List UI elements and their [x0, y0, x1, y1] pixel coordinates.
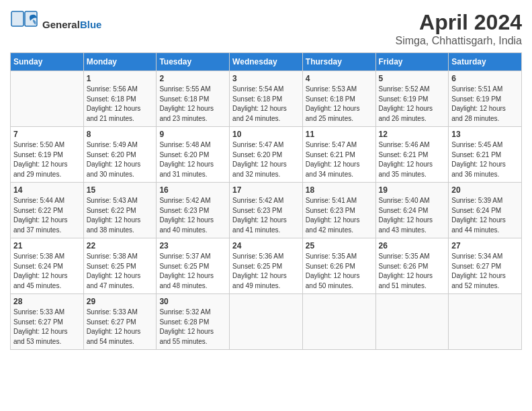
- day-number: 23: [159, 241, 226, 250]
- cell-info: Sunrise: 5:33 AM Sunset: 6:27 PM Dayligh…: [87, 308, 154, 347]
- daylight: Daylight: 12 hours: [451, 216, 506, 224]
- cell-4-2: 22 Sunrise: 5:38 AM Sunset: 6:25 PM Dayl…: [83, 238, 157, 294]
- day-number: 16: [159, 185, 226, 195]
- cell-1-6: 5 Sunrise: 5:52 AM Sunset: 6:19 PM Dayli…: [375, 71, 449, 127]
- cell-info: Sunrise: 5:39 AM Sunset: 6:24 PM Dayligh…: [451, 196, 519, 235]
- daylight2: and 43 minutes.: [379, 226, 427, 234]
- sunset: Sunset: 6:20 PM: [159, 151, 209, 158]
- col-sunday: Sunday: [11, 53, 84, 71]
- day-number: 14: [13, 185, 81, 195]
- day-number: 10: [232, 130, 300, 139]
- sunset: Sunset: 6:21 PM: [379, 151, 429, 158]
- sunrise: Sunrise: 5:54 AM: [232, 85, 283, 93]
- daylight2: and 21 minutes.: [87, 115, 134, 122]
- cell-info: Sunrise: 5:47 AM Sunset: 6:21 PM Dayligh…: [306, 140, 373, 179]
- daylight: Daylight: 12 hours: [159, 272, 214, 279]
- daylight2: and 32 minutes.: [232, 171, 280, 178]
- col-monday: Monday: [83, 53, 157, 71]
- daylight: Daylight: 12 hours: [159, 216, 214, 224]
- sunset: Sunset: 6:18 PM: [232, 95, 282, 103]
- daylight2: and 54 minutes.: [87, 338, 134, 345]
- daylight: Daylight: 12 hours: [232, 105, 287, 112]
- cell-info: Sunrise: 5:52 AM Sunset: 6:19 PM Dayligh…: [379, 85, 446, 124]
- sunset: Sunset: 6:25 PM: [159, 263, 209, 270]
- sunset: Sunset: 6:20 PM: [87, 151, 136, 158]
- cell-info: Sunrise: 5:43 AM Sunset: 6:22 PM Dayligh…: [87, 196, 154, 235]
- cell-3-7: 20 Sunrise: 5:39 AM Sunset: 6:24 PM Dayl…: [449, 183, 522, 238]
- sunrise: Sunrise: 5:50 AM: [13, 141, 64, 148]
- cell-info: Sunrise: 5:32 AM Sunset: 6:28 PM Dayligh…: [159, 308, 226, 347]
- sunrise: Sunrise: 5:34 AM: [451, 253, 502, 260]
- sunrise: Sunrise: 5:47 AM: [306, 141, 357, 148]
- cell-5-4: [230, 294, 303, 350]
- cell-info: Sunrise: 5:45 AM Sunset: 6:21 PM Dayligh…: [451, 140, 519, 179]
- daylight: Daylight: 12 hours: [13, 328, 68, 335]
- header-row: Sunday Monday Tuesday Wednesday Thursday…: [11, 53, 522, 71]
- daylight2: and 34 minutes.: [306, 171, 353, 178]
- daylight: Daylight: 12 hours: [306, 161, 360, 168]
- daylight2: and 31 minutes.: [159, 171, 207, 178]
- daylight2: and 50 minutes.: [306, 282, 353, 289]
- sunrise: Sunrise: 5:40 AM: [379, 197, 430, 204]
- day-number: 29: [87, 297, 154, 306]
- cell-5-2: 29 Sunrise: 5:33 AM Sunset: 6:27 PM Dayl…: [83, 294, 157, 350]
- sunset: Sunset: 6:19 PM: [451, 95, 501, 103]
- header: GeneralBlue April 2024 Simga, Chhattisga…: [10, 10, 522, 47]
- sunset: Sunset: 6:23 PM: [306, 207, 355, 214]
- daylight: Daylight: 12 hours: [306, 105, 360, 112]
- day-number: 12: [379, 130, 446, 139]
- daylight2: and 52 minutes.: [451, 282, 499, 289]
- day-number: 26: [379, 241, 446, 250]
- sunset: Sunset: 6:28 PM: [159, 318, 209, 326]
- day-number: 9: [159, 130, 226, 139]
- sunset: Sunset: 6:27 PM: [451, 263, 501, 270]
- cell-3-5: 18 Sunrise: 5:41 AM Sunset: 6:23 PM Dayl…: [302, 183, 375, 238]
- daylight2: and 35 minutes.: [379, 171, 427, 178]
- day-number: 13: [451, 130, 519, 139]
- sunrise: Sunrise: 5:46 AM: [379, 141, 430, 148]
- logo: GeneralBlue: [10, 10, 101, 40]
- sunrise: Sunrise: 5:36 AM: [232, 253, 283, 260]
- daylight: Daylight: 12 hours: [379, 161, 433, 168]
- sunrise: Sunrise: 5:56 AM: [87, 85, 138, 93]
- daylight: Daylight: 12 hours: [232, 161, 287, 168]
- cell-2-1: 7 Sunrise: 5:50 AM Sunset: 6:19 PM Dayli…: [11, 127, 84, 183]
- daylight: Daylight: 12 hours: [87, 216, 141, 224]
- cell-info: Sunrise: 5:42 AM Sunset: 6:23 PM Dayligh…: [159, 196, 226, 235]
- col-friday: Friday: [375, 53, 449, 71]
- week-row-1: 1 Sunrise: 5:56 AM Sunset: 6:18 PM Dayli…: [11, 71, 522, 127]
- week-row-4: 21 Sunrise: 5:38 AM Sunset: 6:24 PM Dayl…: [11, 238, 522, 294]
- daylight: Daylight: 12 hours: [13, 272, 68, 279]
- sunrise: Sunrise: 5:37 AM: [159, 253, 210, 260]
- daylight: Daylight: 12 hours: [159, 328, 214, 335]
- title-block: April 2024 Simga, Chhattisgarh, India: [395, 10, 522, 47]
- cell-info: Sunrise: 5:56 AM Sunset: 6:18 PM Dayligh…: [87, 85, 154, 124]
- sunset: Sunset: 6:25 PM: [232, 263, 282, 270]
- sunrise: Sunrise: 5:38 AM: [13, 253, 64, 260]
- col-wednesday: Wednesday: [230, 53, 303, 71]
- sunrise: Sunrise: 5:39 AM: [451, 197, 502, 204]
- daylight: Daylight: 12 hours: [159, 105, 214, 112]
- daylight: Daylight: 12 hours: [451, 161, 506, 168]
- day-number: 18: [306, 185, 373, 195]
- day-number: 8: [87, 130, 154, 139]
- calendar-subtitle: Simga, Chhattisgarh, India: [395, 35, 522, 47]
- cell-3-1: 14 Sunrise: 5:44 AM Sunset: 6:22 PM Dayl…: [11, 183, 84, 238]
- cell-info: Sunrise: 5:37 AM Sunset: 6:25 PM Dayligh…: [159, 252, 226, 291]
- week-row-2: 7 Sunrise: 5:50 AM Sunset: 6:19 PM Dayli…: [11, 127, 522, 183]
- cell-info: Sunrise: 5:53 AM Sunset: 6:18 PM Dayligh…: [306, 85, 373, 124]
- cell-1-5: 4 Sunrise: 5:53 AM Sunset: 6:18 PM Dayli…: [302, 71, 375, 127]
- cell-2-5: 11 Sunrise: 5:47 AM Sunset: 6:21 PM Dayl…: [302, 127, 375, 183]
- cell-info: Sunrise: 5:41 AM Sunset: 6:23 PM Dayligh…: [306, 196, 373, 235]
- day-number: 2: [159, 74, 226, 83]
- daylight: Daylight: 12 hours: [306, 216, 360, 224]
- cell-1-4: 3 Sunrise: 5:54 AM Sunset: 6:18 PM Dayli…: [230, 71, 303, 127]
- cell-4-4: 24 Sunrise: 5:36 AM Sunset: 6:25 PM Dayl…: [230, 238, 303, 294]
- cell-2-7: 13 Sunrise: 5:45 AM Sunset: 6:21 PM Dayl…: [449, 127, 522, 183]
- sunset: Sunset: 6:21 PM: [451, 151, 501, 158]
- day-number: 28: [13, 297, 81, 306]
- daylight2: and 36 minutes.: [451, 171, 499, 178]
- sunset: Sunset: 6:27 PM: [13, 318, 63, 326]
- cell-4-1: 21 Sunrise: 5:38 AM Sunset: 6:24 PM Dayl…: [11, 238, 84, 294]
- daylight2: and 41 minutes.: [232, 226, 280, 234]
